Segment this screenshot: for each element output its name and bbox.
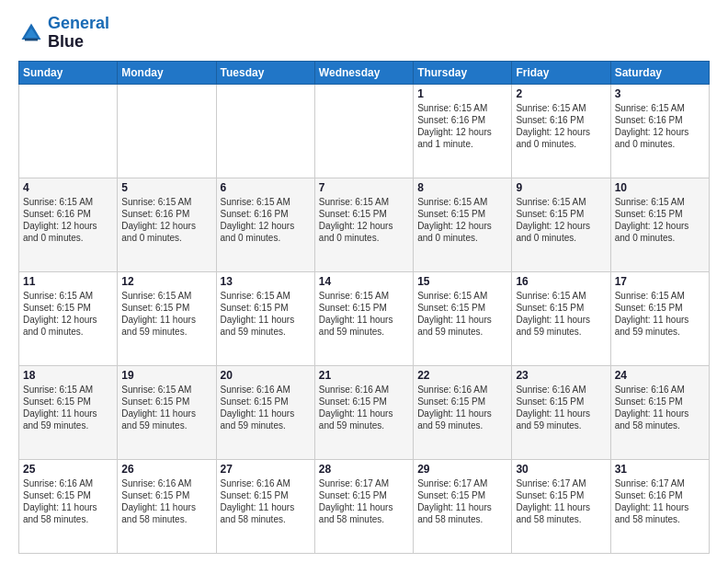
day-number: 10 — [615, 181, 705, 194]
calendar-cell: 25Sunrise: 6:16 AM Sunset: 6:15 PM Dayli… — [19, 459, 118, 553]
calendar-cell: 18Sunrise: 6:15 AM Sunset: 6:15 PM Dayli… — [19, 365, 118, 459]
day-number: 31 — [615, 463, 705, 476]
day-number: 14 — [319, 275, 409, 288]
day-info: Sunrise: 6:15 AM Sunset: 6:16 PM Dayligh… — [615, 102, 705, 150]
calendar-cell: 15Sunrise: 6:15 AM Sunset: 6:15 PM Dayli… — [414, 271, 512, 365]
day-number: 27 — [221, 463, 311, 476]
day-number: 12 — [121, 275, 211, 288]
calendar-cell: 21Sunrise: 6:16 AM Sunset: 6:15 PM Dayli… — [314, 365, 413, 459]
day-number: 21 — [319, 369, 409, 382]
calendar-cell: 2Sunrise: 6:15 AM Sunset: 6:16 PM Daylig… — [512, 84, 610, 178]
calendar-cell: 6Sunrise: 6:15 AM Sunset: 6:16 PM Daylig… — [216, 178, 314, 271]
day-info: Sunrise: 6:15 AM Sunset: 6:15 PM Dayligh… — [417, 290, 507, 338]
calendar-cell: 14Sunrise: 6:15 AM Sunset: 6:15 PM Dayli… — [314, 271, 413, 365]
calendar-cell: 22Sunrise: 6:16 AM Sunset: 6:15 PM Dayli… — [414, 365, 512, 459]
day-info: Sunrise: 6:16 AM Sunset: 6:15 PM Dayligh… — [417, 384, 507, 431]
day-info: Sunrise: 6:15 AM Sunset: 6:15 PM Dayligh… — [221, 290, 311, 338]
day-number: 5 — [121, 181, 211, 194]
calendar-week-row: 18Sunrise: 6:15 AM Sunset: 6:15 PM Dayli… — [19, 365, 710, 459]
day-number: 19 — [121, 369, 211, 382]
day-info: Sunrise: 6:15 AM Sunset: 6:15 PM Dayligh… — [615, 196, 705, 244]
day-number: 15 — [417, 275, 507, 288]
day-info: Sunrise: 6:15 AM Sunset: 6:15 PM Dayligh… — [23, 290, 113, 338]
day-info: Sunrise: 6:15 AM Sunset: 6:15 PM Dayligh… — [516, 290, 606, 338]
day-number: 3 — [615, 87, 705, 100]
calendar-cell: 19Sunrise: 6:15 AM Sunset: 6:15 PM Dayli… — [118, 365, 216, 459]
day-number: 20 — [221, 369, 311, 382]
day-info: Sunrise: 6:16 AM Sunset: 6:15 PM Dayligh… — [516, 384, 606, 431]
calendar-cell: 16Sunrise: 6:15 AM Sunset: 6:15 PM Dayli… — [512, 271, 610, 365]
calendar-cell: 7Sunrise: 6:15 AM Sunset: 6:15 PM Daylig… — [314, 178, 413, 271]
calendar-cell: 31Sunrise: 6:17 AM Sunset: 6:16 PM Dayli… — [610, 459, 709, 553]
calendar-cell: 23Sunrise: 6:16 AM Sunset: 6:15 PM Dayli… — [512, 365, 610, 459]
calendar-cell: 29Sunrise: 6:17 AM Sunset: 6:15 PM Dayli… — [414, 459, 512, 553]
day-info: Sunrise: 6:16 AM Sunset: 6:15 PM Dayligh… — [221, 477, 311, 525]
calendar-week-row: 25Sunrise: 6:16 AM Sunset: 6:15 PM Dayli… — [19, 459, 710, 553]
calendar-day-header: Monday — [118, 61, 216, 84]
day-info: Sunrise: 6:15 AM Sunset: 6:16 PM Dayligh… — [121, 196, 211, 244]
day-info: Sunrise: 6:15 AM Sunset: 6:15 PM Dayligh… — [23, 384, 113, 431]
calendar-day-header: Sunday — [19, 61, 118, 84]
calendar-cell: 24Sunrise: 6:16 AM Sunset: 6:15 PM Dayli… — [610, 365, 709, 459]
day-info: Sunrise: 6:16 AM Sunset: 6:15 PM Dayligh… — [319, 384, 409, 431]
header: General Blue — [18, 15, 710, 52]
day-number: 6 — [221, 181, 311, 194]
calendar-week-row: 11Sunrise: 6:15 AM Sunset: 6:15 PM Dayli… — [19, 271, 710, 365]
calendar-day-header: Saturday — [610, 61, 709, 84]
day-info: Sunrise: 6:15 AM Sunset: 6:15 PM Dayligh… — [319, 196, 409, 244]
day-number: 16 — [516, 275, 606, 288]
calendar-cell: 20Sunrise: 6:16 AM Sunset: 6:15 PM Dayli… — [216, 365, 314, 459]
day-number: 30 — [516, 463, 606, 476]
calendar-cell: 9Sunrise: 6:15 AM Sunset: 6:15 PM Daylig… — [512, 178, 610, 271]
day-number: 25 — [23, 463, 113, 476]
day-info: Sunrise: 6:15 AM Sunset: 6:15 PM Dayligh… — [516, 196, 606, 244]
day-info: Sunrise: 6:16 AM Sunset: 6:15 PM Dayligh… — [23, 477, 113, 525]
day-info: Sunrise: 6:15 AM Sunset: 6:16 PM Dayligh… — [516, 102, 606, 150]
calendar-day-header: Thursday — [414, 61, 512, 84]
day-info: Sunrise: 6:15 AM Sunset: 6:15 PM Dayligh… — [417, 196, 507, 244]
calendar-cell: 11Sunrise: 6:15 AM Sunset: 6:15 PM Dayli… — [19, 271, 118, 365]
calendar-table: SundayMondayTuesdayWednesdayThursdayFrid… — [18, 61, 710, 554]
calendar-day-header: Friday — [512, 61, 610, 84]
day-number: 24 — [615, 369, 705, 382]
day-info: Sunrise: 6:16 AM Sunset: 6:15 PM Dayligh… — [121, 477, 211, 525]
day-info: Sunrise: 6:17 AM Sunset: 6:15 PM Dayligh… — [319, 477, 409, 525]
svg-rect-2 — [25, 38, 38, 40]
calendar-cell: 3Sunrise: 6:15 AM Sunset: 6:16 PM Daylig… — [610, 84, 709, 178]
calendar-day-header: Wednesday — [314, 61, 413, 84]
calendar-week-row: 1Sunrise: 6:15 AM Sunset: 6:16 PM Daylig… — [19, 84, 710, 178]
calendar-cell: 30Sunrise: 6:17 AM Sunset: 6:15 PM Dayli… — [512, 459, 610, 553]
day-info: Sunrise: 6:17 AM Sunset: 6:15 PM Dayligh… — [516, 477, 606, 525]
day-info: Sunrise: 6:15 AM Sunset: 6:15 PM Dayligh… — [121, 290, 211, 338]
day-info: Sunrise: 6:15 AM Sunset: 6:16 PM Dayligh… — [23, 196, 113, 244]
day-number: 9 — [516, 181, 606, 194]
calendar-cell: 13Sunrise: 6:15 AM Sunset: 6:15 PM Dayli… — [216, 271, 314, 365]
calendar-cell: 1Sunrise: 6:15 AM Sunset: 6:16 PM Daylig… — [414, 84, 512, 178]
day-number: 13 — [221, 275, 311, 288]
day-number: 18 — [23, 369, 113, 382]
day-number: 23 — [516, 369, 606, 382]
logo: General Blue — [18, 15, 109, 52]
day-info: Sunrise: 6:17 AM Sunset: 6:16 PM Dayligh… — [615, 477, 705, 525]
day-info: Sunrise: 6:15 AM Sunset: 6:15 PM Dayligh… — [319, 290, 409, 338]
day-info: Sunrise: 6:15 AM Sunset: 6:16 PM Dayligh… — [221, 196, 311, 244]
day-number: 26 — [121, 463, 211, 476]
day-info: Sunrise: 6:15 AM Sunset: 6:16 PM Dayligh… — [417, 102, 507, 150]
day-number: 17 — [615, 275, 705, 288]
calendar-header-row: SundayMondayTuesdayWednesdayThursdayFrid… — [19, 61, 710, 84]
day-number: 11 — [23, 275, 113, 288]
calendar-week-row: 4Sunrise: 6:15 AM Sunset: 6:16 PM Daylig… — [19, 178, 710, 271]
day-number: 29 — [417, 463, 507, 476]
day-number: 8 — [417, 181, 507, 194]
day-info: Sunrise: 6:16 AM Sunset: 6:15 PM Dayligh… — [221, 384, 311, 431]
day-info: Sunrise: 6:17 AM Sunset: 6:15 PM Dayligh… — [417, 477, 507, 525]
day-number: 28 — [319, 463, 409, 476]
day-info: Sunrise: 6:15 AM Sunset: 6:15 PM Dayligh… — [615, 290, 705, 338]
page: General Blue SundayMondayTuesdayWednesda… — [0, 0, 728, 563]
day-number: 2 — [516, 87, 606, 100]
calendar-cell: 10Sunrise: 6:15 AM Sunset: 6:15 PM Dayli… — [610, 178, 709, 271]
calendar-cell — [19, 84, 118, 178]
calendar-cell — [314, 84, 413, 178]
day-info: Sunrise: 6:16 AM Sunset: 6:15 PM Dayligh… — [615, 384, 705, 431]
calendar-cell: 27Sunrise: 6:16 AM Sunset: 6:15 PM Dayli… — [216, 459, 314, 553]
